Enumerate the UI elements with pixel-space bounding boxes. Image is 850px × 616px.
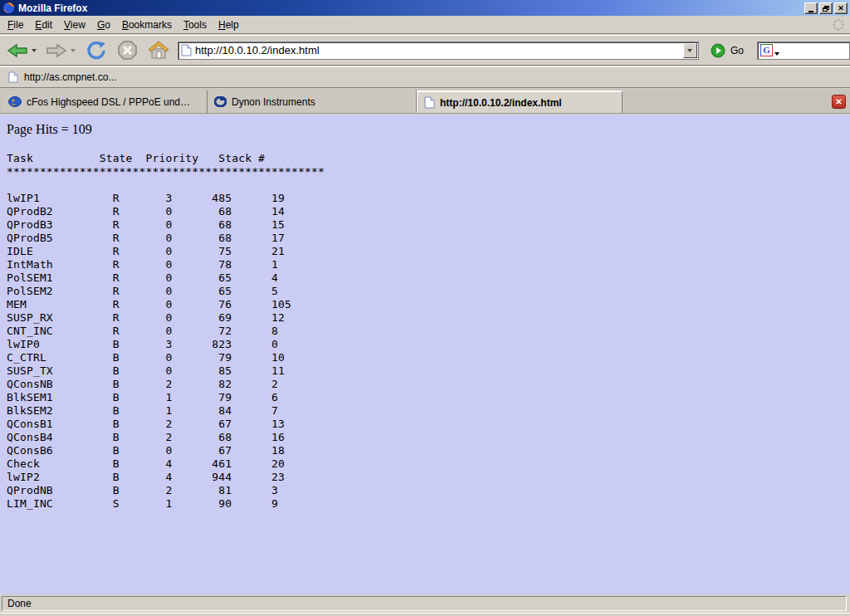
- close-button[interactable]: ✕: [834, 2, 848, 14]
- forward-arrow-icon: [45, 41, 68, 61]
- status-text: Done: [7, 598, 32, 609]
- back-button[interactable]: [4, 38, 31, 63]
- tab-index-html[interactable]: http://10.0.10.2/index.html: [417, 90, 623, 113]
- menu-go[interactable]: Go: [91, 17, 116, 33]
- minimize-icon: [808, 11, 813, 12]
- tab-label: http://10.0.10.2/index.html: [440, 97, 562, 109]
- bookmark-page-icon: [8, 71, 18, 83]
- bookmark-item[interactable]: http://as.cmpnet.co...: [3, 70, 121, 85]
- stop-icon: [117, 40, 138, 61]
- firefox-icon: [2, 2, 15, 14]
- menu-file[interactable]: File: [2, 17, 29, 33]
- task-table: Task State Priority Stack # ************…: [7, 152, 850, 511]
- page-icon: [181, 44, 192, 56]
- tab-cfos[interactable]: cFos Highspeed DSL / PPPoE und ISDN CAP.…: [2, 90, 208, 113]
- tab-label: Dynon Instruments: [232, 96, 315, 108]
- url-dropdown-button[interactable]: [683, 43, 697, 58]
- status-bar: Done: [0, 594, 850, 613]
- tab-bar: cFos Highspeed DSL / PPPoE und ISDN CAP.…: [0, 89, 850, 114]
- restore-icon: [823, 6, 829, 12]
- go-icon: [711, 43, 725, 58]
- browser-window: Mozilla Firefox ✕ File Edit View Go Book…: [0, 0, 850, 616]
- go-label: Go: [730, 45, 744, 56]
- menu-tools[interactable]: Tools: [178, 17, 212, 33]
- menu-view[interactable]: View: [58, 17, 91, 33]
- navigation-toolbar: Go G: [0, 35, 850, 66]
- bookmarks-toolbar: http://as.cmpnet.co...: [0, 66, 850, 88]
- back-arrow-icon: [6, 41, 29, 61]
- dynon-icon: [214, 96, 227, 107]
- go-button[interactable]: Go: [711, 43, 744, 58]
- status-panel: Done: [2, 596, 847, 611]
- home-icon: [148, 40, 169, 61]
- menubar: File Edit View Go Bookmarks Tools Help: [0, 16, 850, 34]
- minimize-button[interactable]: [804, 2, 818, 14]
- tab-label: cFos Highspeed DSL / PPPoE und ISDN CAP.…: [27, 96, 193, 108]
- window-title: Mozilla Firefox: [18, 2, 87, 14]
- caption-buttons: ✕: [804, 2, 848, 14]
- menu-bookmarks[interactable]: Bookmarks: [116, 17, 178, 33]
- tab-dynon[interactable]: Dynon Instruments: [208, 90, 417, 113]
- page-hits-text: Page Hits = 109: [7, 122, 850, 139]
- document-icon: [424, 96, 435, 109]
- forward-button[interactable]: [43, 38, 70, 63]
- menu-edit[interactable]: Edit: [29, 17, 58, 33]
- page-content: Page Hits = 109 Task State Priority Stac…: [0, 115, 850, 594]
- menu-help[interactable]: Help: [212, 17, 245, 33]
- cfos-icon: [8, 96, 22, 107]
- stop-button[interactable]: [115, 38, 139, 63]
- reload-icon: [85, 40, 107, 61]
- url-bar: [178, 42, 699, 60]
- forward-dropdown-caret[interactable]: [71, 49, 76, 52]
- bookmark-label: http://as.cmpnet.co...: [24, 71, 116, 83]
- window-bottom-edge: [0, 613, 850, 616]
- google-icon: G: [760, 44, 773, 56]
- home-button[interactable]: [146, 38, 171, 63]
- throbber-icon: [832, 18, 845, 32]
- restore-button[interactable]: [819, 2, 833, 14]
- search-bar: G: [757, 42, 850, 60]
- close-tab-button[interactable]: ✕: [832, 95, 846, 109]
- url-input[interactable]: [195, 43, 683, 58]
- reload-button[interactable]: [84, 38, 109, 63]
- titlebar: Mozilla Firefox ✕: [0, 0, 850, 16]
- close-icon: ✕: [838, 5, 844, 12]
- back-dropdown-caret[interactable]: [32, 49, 37, 52]
- search-input[interactable]: [779, 44, 838, 57]
